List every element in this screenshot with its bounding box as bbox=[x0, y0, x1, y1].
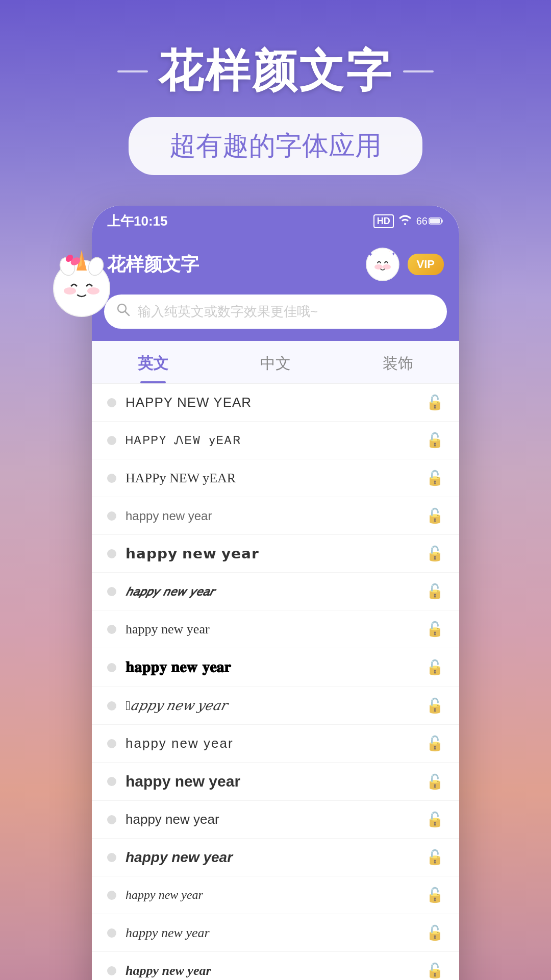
font-text: happy new year bbox=[126, 963, 417, 978]
lock-icon: 🔓 bbox=[426, 962, 444, 979]
font-text: happy new year bbox=[126, 812, 417, 827]
lock-icon: 🔓 bbox=[426, 811, 444, 828]
wifi-icon bbox=[398, 214, 412, 228]
mascot bbox=[41, 240, 122, 322]
lock-icon: 🔓 bbox=[426, 773, 444, 790]
lock-icon: 🔓 bbox=[426, 849, 444, 866]
tab-chinese[interactable]: 中文 bbox=[214, 341, 337, 383]
svg-point-15 bbox=[383, 264, 391, 270]
vip-badge[interactable]: VIP bbox=[408, 254, 444, 275]
font-text: HAPPy NEW yEAR bbox=[126, 471, 417, 486]
cat-avatar-icon: ✦ ✦ bbox=[365, 247, 400, 282]
font-dot bbox=[107, 739, 116, 748]
lock-icon: 🔓 bbox=[426, 583, 444, 600]
font-dot bbox=[107, 928, 116, 938]
status-time: 上午10:15 bbox=[107, 212, 168, 230]
font-dot bbox=[107, 549, 116, 558]
header-right: ✦ ✦ VIP bbox=[365, 247, 444, 282]
svg-point-14 bbox=[374, 264, 383, 270]
font-dot bbox=[107, 891, 116, 900]
font-text: happy new year bbox=[126, 849, 417, 866]
list-item[interactable]: happy new year 🔓 bbox=[92, 610, 459, 648]
font-text: 𝘩𝘢𝘱𝘱𝘺 𝘯𝘦𝘸 𝘺𝘦𝘢𝘳 bbox=[126, 583, 417, 599]
font-dot bbox=[107, 511, 116, 521]
svg-text:✦: ✦ bbox=[391, 251, 395, 257]
list-item[interactable]: ᎻᎪᏢᏢY ᏁᎬW yᎬᎪᏒ 🔓 bbox=[92, 422, 459, 459]
svg-point-5 bbox=[64, 287, 76, 295]
font-text: 𝐡𝐚𝐩𝐩𝐲 𝐧𝐞𝐰 𝐲𝐞𝐚𝐫 bbox=[126, 658, 417, 676]
font-text: happy new year bbox=[126, 736, 417, 751]
subtitle-pill: 超有趣的字体应用 bbox=[129, 117, 422, 175]
font-dot bbox=[107, 701, 116, 710]
subtitle-text: 超有趣的字体应用 bbox=[169, 131, 382, 160]
font-text: happy new year bbox=[126, 925, 417, 941]
lock-icon: 🔓 bbox=[426, 659, 444, 676]
lock-icon: 🔓 bbox=[426, 887, 444, 903]
font-text: 𝑕𝑎𝑝𝑝𝑦 𝑛𝑒𝑤 𝑦𝑒𝑎𝑟 bbox=[126, 698, 417, 714]
lock-icon: 🔓 bbox=[426, 697, 444, 714]
status-icons: HD 66 bbox=[373, 214, 444, 228]
font-dot bbox=[107, 587, 116, 596]
list-item[interactable]: 𝘩𝘢𝘱𝘱𝘺 𝘯𝘦𝘸 𝘺𝘦𝘢𝘳 🔓 bbox=[92, 573, 459, 610]
main-title: 花样颜文字 bbox=[117, 41, 434, 102]
list-item[interactable]: happy new year 🔓 bbox=[92, 725, 459, 763]
list-item[interactable]: happy new year 🔓 bbox=[92, 497, 459, 535]
lock-icon: 🔓 bbox=[426, 507, 444, 524]
lock-icon: 🔓 bbox=[426, 545, 444, 562]
list-item[interactable]: 𝐡𝐚𝐩𝐩𝐲 𝐧𝐞𝐰 𝐲𝐞𝐚𝐫 🔓 bbox=[92, 648, 459, 687]
font-text: happy new year bbox=[126, 509, 417, 523]
svg-line-19 bbox=[125, 311, 129, 315]
lock-icon: 🔓 bbox=[426, 470, 444, 486]
list-item[interactable]: 𝑕𝑎𝑝𝑝𝑦 𝑛𝑒𝑤 𝑦𝑒𝑎𝑟 🔓 bbox=[92, 687, 459, 725]
list-item[interactable]: happy new year 🔓 bbox=[92, 839, 459, 876]
title-dash-left bbox=[117, 70, 148, 72]
font-list: HAPPY NEW YEAR 🔓 ᎻᎪᏢᏢY ᏁᎬW yᎬᎪᏒ 🔓 HAPPy … bbox=[92, 384, 459, 980]
list-item[interactable]: HAPPY NEW YEAR 🔓 bbox=[92, 384, 459, 422]
lock-icon: 🔓 bbox=[426, 924, 444, 941]
font-text: happy new year bbox=[126, 888, 417, 902]
svg-text:✦: ✦ bbox=[367, 250, 373, 258]
tab-english[interactable]: 英文 bbox=[92, 341, 214, 383]
svg-rect-10 bbox=[430, 219, 440, 224]
hd-badge: HD bbox=[373, 214, 394, 228]
font-text: 𝗵𝗮𝗽𝗽𝘆 𝗻𝗲𝘄 𝘆𝗲𝗮𝗿 bbox=[126, 545, 417, 562]
font-dot bbox=[107, 663, 116, 672]
font-dot bbox=[107, 398, 116, 407]
font-dot bbox=[107, 966, 116, 975]
font-dot bbox=[107, 777, 116, 786]
font-text: ᎻᎪᏢᏢY ᏁᎬW yᎬᎪᏒ bbox=[126, 434, 417, 447]
font-dot bbox=[107, 625, 116, 634]
svg-point-6 bbox=[87, 287, 99, 295]
font-text: HAPPY NEW YEAR bbox=[126, 395, 417, 410]
title-dash-right bbox=[403, 70, 434, 72]
battery-icon: 66 bbox=[416, 215, 444, 227]
tab-decoration[interactable]: 装饰 bbox=[337, 341, 459, 383]
svg-rect-11 bbox=[441, 219, 443, 223]
list-item[interactable]: happy new year 🔓 bbox=[92, 914, 459, 952]
tabs: 英文 中文 装饰 bbox=[92, 341, 459, 384]
list-item[interactable]: happy new year 🔓 bbox=[92, 952, 459, 980]
lock-icon: 🔓 bbox=[426, 394, 444, 411]
list-item[interactable]: happy new year 🔓 bbox=[92, 876, 459, 914]
status-bar: 上午10:15 HD 66 bbox=[92, 206, 459, 236]
phone-mockup: 上午10:15 HD 66 bbox=[92, 206, 459, 980]
list-item[interactable]: HAPPy NEW yEAR 🔓 bbox=[92, 459, 459, 497]
list-item[interactable]: happy new year 🔓 bbox=[92, 763, 459, 801]
lock-icon: 🔓 bbox=[426, 432, 444, 449]
font-dot bbox=[107, 474, 116, 483]
list-item[interactable]: 𝗵𝗮𝗽𝗽𝘆 𝗻𝗲𝘄 𝘆𝗲𝗮𝗿 🔓 bbox=[92, 535, 459, 573]
app-header: 花样颜文字 ✦ ✦ VIP bbox=[92, 236, 459, 295]
font-text: happy new year bbox=[126, 622, 417, 637]
list-item[interactable]: happy new year 🔓 bbox=[92, 801, 459, 839]
font-dot bbox=[107, 853, 116, 862]
font-dot bbox=[107, 436, 116, 445]
search-placeholder: 输入纯英文或数字效果更佳哦~ bbox=[138, 303, 318, 321]
search-bar-container: 输入纯英文或数字效果更佳哦~ bbox=[92, 295, 459, 341]
font-text: happy new year bbox=[126, 773, 417, 790]
font-dot bbox=[107, 815, 116, 824]
search-inner[interactable]: 输入纯英文或数字效果更佳哦~ bbox=[104, 295, 447, 329]
lock-icon: 🔓 bbox=[426, 621, 444, 638]
lock-icon: 🔓 bbox=[426, 735, 444, 752]
title-text: 花样颜文字 bbox=[158, 41, 393, 102]
